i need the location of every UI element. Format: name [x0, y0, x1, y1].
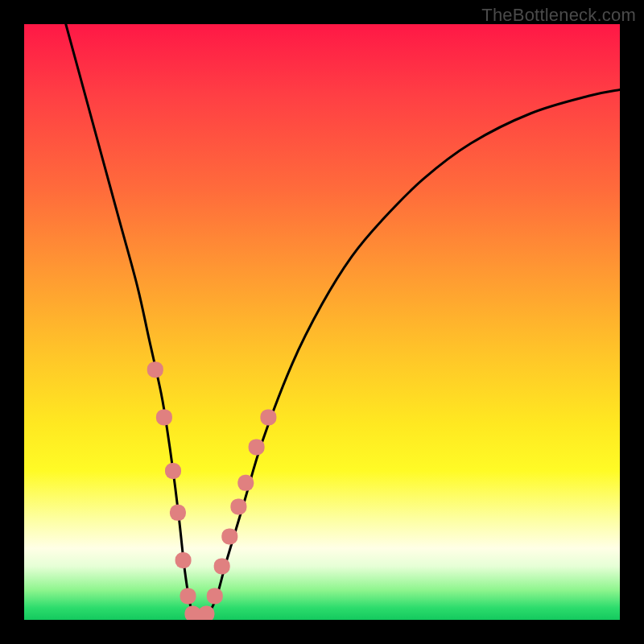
data-point-marker [207, 588, 223, 604]
chart-svg [24, 24, 620, 620]
data-point-marker [180, 588, 196, 604]
data-point-marker [198, 606, 214, 620]
data-point-marker [249, 439, 265, 455]
data-point-marker [165, 463, 181, 479]
data-point-marker [237, 475, 254, 491]
chart-frame: TheBottleneck.com [0, 0, 644, 644]
data-point-marker [170, 505, 186, 521]
data-point-marker [230, 498, 246, 514]
bottleneck-curve [66, 24, 620, 620]
marker-points [147, 361, 277, 620]
data-point-marker [214, 558, 230, 574]
curve-line [66, 24, 620, 620]
watermark-text: TheBottleneck.com [481, 5, 636, 26]
data-point-marker [260, 409, 276, 425]
data-point-marker [156, 409, 172, 425]
data-point-marker [147, 361, 163, 378]
plot-area [24, 24, 620, 620]
data-point-marker [175, 552, 192, 568]
data-point-marker [221, 528, 237, 544]
